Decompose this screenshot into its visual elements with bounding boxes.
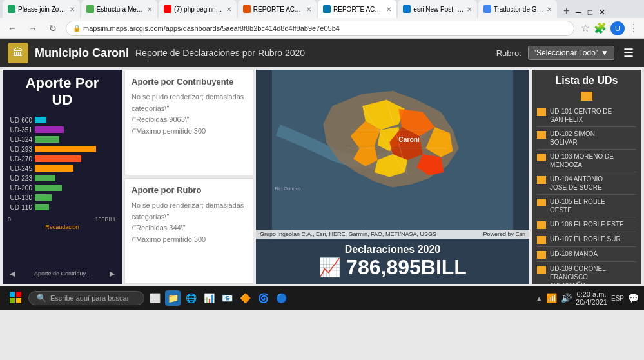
search-icon: 🔍 [37,294,46,303]
hamburger-menu-icon[interactable]: ☰ [621,43,636,63]
chart-row-ud351: UD-351 [8,126,117,134]
ud-item-106[interactable]: UD-106 EL ROBLE ESTE [537,217,636,232]
chart-title: Aporte PorUD [8,75,117,109]
chart-row-ud293: UD-293 [8,146,117,153]
stats-value: 786,895BILL [346,255,467,279]
chart-row-ud130: UD-130 [8,194,117,201]
stats-value-row: 📈 786,895BILL [318,255,467,279]
taskbar-task-view[interactable]: ⬜ [147,290,162,306]
tray-up-arrow[interactable]: ▲ [536,295,542,302]
chart-bars-area: UD-600 UD-351 UD-324 UD-293 UD-270 [8,114,117,266]
tab-4[interactable]: REPORTE ACTIV... ✕ [318,0,396,18]
ud-item-103[interactable]: UD-103 MORENO DEMENDOZA [537,150,636,172]
stats-title: Declaraciones 2020 [345,244,441,255]
chart-x-axis: 0 100BILL [8,216,117,223]
ud-item-107[interactable]: UD-107 EL ROBLE SUR [537,232,636,247]
svg-rect-9 [10,298,15,303]
star-icon[interactable]: ☆ [581,22,590,34]
map-attribution: Grupo Ingeolan C.A., Esri, HERE, Garmin,… [256,230,529,239]
notification-button[interactable]: 💬 [628,293,639,303]
maximize-button[interactable]: □ [588,8,592,17]
tab-1[interactable]: Estructura Men... ✕ [81,0,157,18]
address-bar[interactable]: 🔒 mapsim.maps.arcgis.com/apps/dashboards… [66,21,574,36]
panel-contribuyente-error: No se pudo renderizar; demasiadas catego… [132,92,246,137]
map-stats-area: Caroní Río Orinoco Grupo Ingeolan C.A., … [256,70,529,284]
chart-nav-label: Aporte de Contribuy... [34,270,90,277]
ud-item-105[interactable]: UD-105 EL ROBLEOESTE [537,195,636,217]
stats-chart-icon: 📈 [318,257,341,278]
taskbar-search-box[interactable]: 🔍 Escribe aquí para buscar [28,291,144,305]
clock: 6:20 a.m. [576,290,607,298]
panel-rubro: Aporte por Rubro No se pudo renderizar; … [124,178,253,284]
app-logo: 🏛 [8,43,28,63]
panel-rubro-error: No se pudo renderizar; demasiadas catego… [132,200,246,245]
tab-6[interactable]: Traductor de Go... ✕ [478,0,557,18]
chart-row-ud600: UD-600 [8,117,117,124]
middle-panels: Aporte por Contribuyente No se pudo rend… [124,70,253,284]
panel-contribuyente-title: Aporte por Contribuyente [132,77,246,86]
start-button[interactable] [5,290,26,307]
browser-tabs-bar: Please join Zoo... ✕ Estructura Men... ✕… [0,0,644,18]
ud-item-104[interactable]: UD-104 ANTONIOJOSE DE SUCRE [537,172,636,195]
ud-list-title: Lista de UDs [537,75,636,86]
taskbar-app5[interactable]: 🔶 [237,290,253,306]
chart-row-ud223: UD-223 [8,175,117,182]
time-date-display[interactable]: 6:20 a.m. 20/4/2021 [576,290,607,306]
panel-rubro-title: Aporte por Rubro [132,185,246,195]
menu-button[interactable]: ⋮ [629,22,639,34]
date: 20/4/2021 [576,298,607,306]
minimize-button[interactable]: ─ [576,8,581,17]
rubro-dropdown[interactable]: "Seleccionar Todo" ▼ [528,46,614,60]
ud-item-101[interactable]: UD-101 CENTRO DESAN FELIX [537,105,636,127]
close-browser-button[interactable]: ✕ [599,8,605,17]
taskbar-app4[interactable]: 📧 [219,290,235,306]
extension-icon[interactable]: 🧩 [594,22,607,34]
svg-rect-10 [16,298,21,303]
ud-item-109[interactable]: UD-109 CORONELFRANCISCOAVENDAÑO [537,262,636,284]
language-indicator[interactable]: ESP [611,295,624,302]
chart-nav-right[interactable]: ► [108,268,117,279]
chart-row-ud245: UD-245 [8,165,117,172]
taskbar-chrome[interactable]: 🌐 [183,290,199,306]
ud-list-panel: Lista de UDs UD-101 CENTRO DESAN FELIX U… [532,70,641,284]
tab-5[interactable]: esri New Post - Esr... ✕ [398,0,476,18]
profile-avatar[interactable]: U [610,21,625,35]
ud-item-108[interactable]: UD-108 MANOA [537,247,636,262]
taskbar-right-area: ▲ 📶 🔊 6:20 a.m. 20/4/2021 ESP 💬 [536,290,639,306]
main-content: Aporte PorUD UD-600 UD-351 UD-324 UD-293 [0,67,644,286]
svg-text:Caroní: Caroní [398,136,420,143]
app-name: Municipio Caroni [35,46,129,60]
tray-network-icon[interactable]: 📶 [546,293,557,303]
tab-0[interactable]: Please join Zoo... ✕ [3,0,80,18]
left-chart-panel: Aporte PorUD UD-600 UD-351 UD-324 UD-293 [3,70,122,284]
taskbar-search-placeholder: Escribe aquí para buscar [50,294,129,302]
tab-2[interactable]: (7) php beginne... ✕ [159,0,237,18]
refresh-button[interactable]: ↻ [46,22,59,35]
chart-nav-left[interactable]: ◄ [8,268,17,279]
taskbar-app6[interactable]: 🌀 [255,290,271,306]
tray-volume-icon[interactable]: 🔊 [561,293,572,303]
map-container[interactable]: Caroní Río Orinoco Grupo Ingeolan C.A., … [256,70,529,239]
svg-rect-7 [10,292,15,297]
panel-contribuyente: Aporte por Contribuyente No se pudo rend… [124,70,253,175]
app-subtitle: Reporte de Declaraciones por Rubro 2020 [135,48,490,58]
tab-3[interactable]: REPORTE ACTIV... ✕ [238,0,317,18]
taskbar-file-explorer[interactable]: 📁 [165,290,181,306]
address-bar-row: ← → ↻ 🔒 mapsim.maps.arcgis.com/apps/dash… [0,18,644,39]
svg-rect-8 [16,292,21,297]
chart-row-ud200: UD-200 [8,185,117,192]
taskbar-app3[interactable]: 📊 [201,290,217,306]
forward-button[interactable]: → [26,22,40,35]
chart-nav: ◄ Aporte de Contribuy... ► [8,268,117,279]
back-button[interactable]: ← [5,22,19,35]
app-header: 🏛 Municipio Caroni Reporte de Declaracio… [0,39,644,67]
rubro-label: Rubro: [496,48,522,58]
ud-item-102[interactable]: UD-102 SIMONBOLIVAR [537,127,636,150]
svg-text:Río Orinoco: Río Orinoco [275,186,301,192]
chart-row-ud110: UD-110 [8,204,117,211]
stats-bar: Declaraciones 2020 📈 786,895BILL [256,239,529,284]
new-tab-button[interactable]: + [558,4,574,18]
dropdown-arrow-icon: ▼ [601,48,609,57]
taskbar-app7[interactable]: 🔵 [273,290,289,306]
taskbar: 🔍 Escribe aquí para buscar ⬜ 📁 🌐 📊 📧 🔶 🌀… [0,286,644,310]
